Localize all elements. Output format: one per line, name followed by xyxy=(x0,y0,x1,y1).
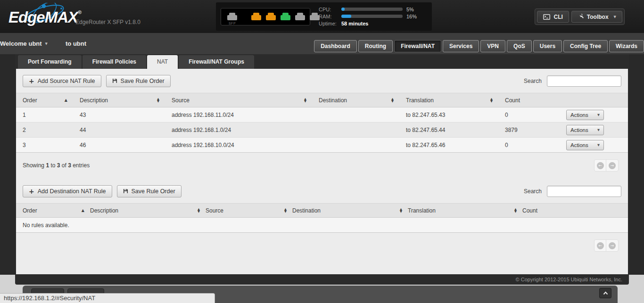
wrench-icon xyxy=(578,14,584,20)
uptime-stat: Uptime: 58 minutes xyxy=(319,20,428,26)
dest-nat-pagination: ← → xyxy=(594,239,619,252)
cell-translation: to 82.247.65.46 xyxy=(406,138,505,153)
source-nat-search-input[interactable] xyxy=(547,75,621,87)
plus-icon: + xyxy=(29,189,34,194)
nav-dashboard[interactable]: Dashboard xyxy=(314,40,357,52)
ram-value: 16% xyxy=(406,14,417,19)
table-row: 3 46 address 192.168.10.0/24 to 82.247.6… xyxy=(16,138,628,153)
source-nat-search: Search xyxy=(524,75,621,87)
source-nat-header-row: Order▲ Description▲▼ Source▲▼ Destinatio… xyxy=(16,93,628,107)
cell-source: address 192.168.11.0/24 xyxy=(172,107,319,123)
cell-translation: to 82.247.65.43 xyxy=(406,107,505,123)
tab-firewall-nat-groups[interactable]: Firewall/NAT Groups xyxy=(179,55,254,69)
main-container: Port Forwarding Firewall Policies NAT Fi… xyxy=(15,54,629,285)
cli-button-label: CLI xyxy=(553,14,562,20)
pagination-next-button[interactable]: → xyxy=(606,240,618,251)
copyright-footer: © Copyright 2012-2015 Ubiquiti Networks,… xyxy=(15,274,629,285)
col-count[interactable]: Count xyxy=(522,204,628,218)
dest-nat-table-footer: ← → xyxy=(16,233,628,252)
user-menu[interactable]: Welcome ubnt ▼ xyxy=(0,40,48,47)
port-eth4-icon xyxy=(310,15,320,20)
uptime-label: Uptime: xyxy=(319,21,341,26)
sort-asc-icon: ▲ xyxy=(65,98,67,102)
add-source-nat-rule-button[interactable]: + Add Source NAT Rule xyxy=(23,75,101,87)
chevron-up-icon xyxy=(603,291,609,295)
source-nat-table: Order▲ Description▲▼ Source▲▼ Destinatio… xyxy=(16,93,628,153)
col-description[interactable]: Description▲▼ xyxy=(90,204,206,218)
nav-routing[interactable]: Routing xyxy=(358,40,393,52)
col-count[interactable]: Count xyxy=(505,93,566,107)
sort-icon: ▲▼ xyxy=(400,208,402,213)
table-row: 1 43 address 192.168.11.0/24 to 82.247.6… xyxy=(16,107,628,123)
pagination-prev-button[interactable]: ← xyxy=(594,240,606,251)
ports-box: SFP xyxy=(221,8,310,25)
sort-icon: ▲▼ xyxy=(284,208,287,213)
port-eth2-icon xyxy=(281,15,290,20)
save-rule-order-label: Save Rule Order xyxy=(132,188,175,195)
actions-button[interactable]: Actions▼ xyxy=(566,125,604,135)
col-translation[interactable]: Translation▲▼ xyxy=(408,204,522,218)
status-panel: SFP CPU: 5% RAM: 16% Uptime: xyxy=(216,2,432,31)
pagination-prev-button[interactable]: ← xyxy=(594,160,606,171)
col-source[interactable]: Source▲▼ xyxy=(206,204,292,218)
ram-bar xyxy=(341,15,403,18)
dest-nat-search: Search xyxy=(524,186,621,197)
nav-vpn[interactable]: VPN xyxy=(480,40,505,52)
main-nav: Dashboard Routing Firewall/NAT Services … xyxy=(314,40,644,52)
table-row: 2 44 address 192.168.1.0/24 to 82.247.65… xyxy=(16,123,628,138)
chevron-down-icon: ▼ xyxy=(597,128,600,132)
plus-icon: + xyxy=(29,79,34,83)
ram-label: RAM: xyxy=(319,14,341,19)
cell-order: 2 xyxy=(16,123,80,138)
nav-firewall-nat[interactable]: Firewall/NAT xyxy=(394,40,441,52)
tab-nat[interactable]: NAT xyxy=(147,55,178,69)
nav-config-tree[interactable]: Config Tree xyxy=(563,40,608,52)
col-destination[interactable]: Destination▲▼ xyxy=(319,93,406,107)
add-source-nat-rule-label: Add Source NAT Rule xyxy=(38,78,95,84)
cell-order: 3 xyxy=(16,138,80,153)
col-destination[interactable]: Destination▲▼ xyxy=(292,204,408,218)
actions-button[interactable]: Actions▼ xyxy=(566,110,604,120)
port-eth1-icon xyxy=(266,15,276,20)
col-order[interactable]: Order▲ xyxy=(16,93,80,107)
col-source[interactable]: Source▲▼ xyxy=(172,93,319,107)
tab-firewall-policies[interactable]: Firewall Policies xyxy=(83,55,146,69)
nav-services[interactable]: Services xyxy=(443,40,479,52)
col-description[interactable]: Description▲▼ xyxy=(80,93,172,107)
scroll-top-button[interactable] xyxy=(599,288,611,298)
port-eth0-icon xyxy=(251,15,261,20)
cell-destination xyxy=(319,107,406,123)
nav-qos[interactable]: QoS xyxy=(507,40,532,52)
header-button-group: CLI Toolbox ▼ xyxy=(535,8,625,25)
add-destination-nat-rule-label: Add Destination NAT Rule xyxy=(38,188,106,195)
port-eth3-icon xyxy=(295,15,305,20)
nav-wizards[interactable]: Wizards xyxy=(609,40,644,52)
save-rule-order-button[interactable]: Save Rule Order xyxy=(117,185,182,197)
nav-users[interactable]: Users xyxy=(533,40,562,52)
actions-button[interactable]: Actions▼ xyxy=(566,140,604,150)
search-label: Search xyxy=(524,188,542,195)
eth-ports xyxy=(251,13,320,20)
dest-nat-search-input[interactable] xyxy=(547,186,621,197)
chevron-down-icon: ▼ xyxy=(614,15,616,19)
subtab-row: Port Forwarding Firewall Policies NAT Fi… xyxy=(15,54,629,69)
app-logo: EdgeMAX® xyxy=(8,8,81,26)
cell-description: 46 xyxy=(80,138,172,153)
cell-source: address 192.168.1.0/24 xyxy=(172,123,319,138)
arrow-right-icon: → xyxy=(609,162,616,169)
ram-bar-fill xyxy=(341,15,351,18)
add-destination-nat-rule-button[interactable]: + Add Destination NAT Rule xyxy=(23,185,112,197)
pagination-next-button[interactable]: → xyxy=(606,160,618,171)
search-label: Search xyxy=(524,78,542,84)
terminal-icon xyxy=(543,14,550,20)
col-order[interactable]: Order▲ xyxy=(16,204,90,218)
col-translation[interactable]: Translation▲▼ xyxy=(406,93,505,107)
cli-button[interactable]: CLI xyxy=(537,11,569,23)
tab-port-forwarding[interactable]: Port Forwarding xyxy=(18,55,82,69)
browser-status-bar: https://192.168.1.2/#Security/NAT xyxy=(0,293,215,303)
save-rule-order-button[interactable]: Save Rule Order xyxy=(106,75,171,87)
port-sfp-icon xyxy=(227,15,237,20)
save-rule-order-label: Save Rule Order xyxy=(121,78,165,84)
cpu-bar xyxy=(341,8,403,11)
toolbox-button[interactable]: Toolbox ▼ xyxy=(571,11,622,23)
